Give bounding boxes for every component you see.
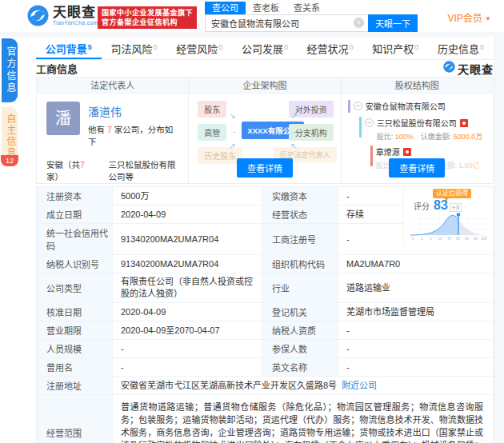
field-label: 注册地址 <box>37 377 113 394</box>
field-label: 行业 <box>262 273 338 302</box>
tab-operating-risk[interactable]: 经营风险0 <box>166 37 232 59</box>
tianyancha-logo[interactable]: 天眼查 TianYanCha.com <box>27 5 98 26</box>
org-node-executives[interactable]: 高管 <box>198 124 226 141</box>
field-value: 普通货物道路运输；普通货物仓储服务（除危化品）；物流园区管理服务；物流信息咨询服… <box>113 395 493 443</box>
table-row-address: 注册地址 安徽省芜湖市弋江区芜湖高新技术产业开发区久盛路8号 附近公司 <box>37 377 493 395</box>
org-chart-header: 企业架构图 <box>189 78 340 94</box>
field-value: 91340200MA2UMA7R04 <box>113 224 262 254</box>
table-row-business-scope: 经营范围 普通货物道路运输；普通货物仓储服务（除危化品）；物流园区管理服务；物流… <box>37 395 493 443</box>
field-value: 2020-04-09至2070-04-07 <box>113 321 262 339</box>
org-node-history-shareholders[interactable]: 历史股东 <box>198 147 242 164</box>
caret-down-icon: ▼ <box>485 15 491 22</box>
search-tab-company[interactable]: 查公司 <box>205 2 246 14</box>
ribbon-official-info[interactable]: 官方信息 <box>2 38 18 102</box>
field-label: 公司类型 <box>37 273 113 302</box>
field-value: MA2UMA7R0 <box>338 255 493 273</box>
svg-text:0: 0 <box>412 237 414 241</box>
legal-rep-region: 安徽（共7家） <box>46 158 90 182</box>
legal-rep-desc: 他有 7 家公司，分布如下 <box>88 123 180 147</box>
field-label: 经营状态 <box>262 206 338 223</box>
legal-rep-name-link[interactable]: 潘道伟 <box>88 103 180 119</box>
field-value: 有限责任公司（非自然人投资或控股的法人独资） <box>113 273 262 302</box>
nearby-companies-link[interactable]: 附近公司 <box>342 380 377 392</box>
overview-cards: 法定代表人 潘 潘道伟 他有 7 家公司，分布如下 安徽（共7家） 三只松鼠股份… <box>36 77 494 184</box>
field-value: - <box>113 340 262 357</box>
avatar[interactable]: 潘 <box>46 102 80 135</box>
field-value: 2020-04-09 <box>113 206 262 223</box>
node-color-bar <box>348 100 350 113</box>
search-tab-relation[interactable]: 查关系 <box>286 2 327 14</box>
company-nav-tabs: 公司背景5 司法风险0 经营风险0 公司发展0 经营状况0 知识产权0 历史信息… <box>36 37 494 60</box>
tab-company-background[interactable]: 公司背景5 <box>36 37 102 59</box>
tianyancha-logo-icon <box>27 5 49 26</box>
field-label: 经营范围 <box>37 395 113 443</box>
self-info-count-badge: 12 <box>1 155 18 166</box>
svg-text:1: 1 <box>421 237 423 241</box>
business-info-table: 认证后获得 评分 83 +3 0 1 5 <box>36 186 494 443</box>
tianyancha-watermark: 天眼查 <box>443 61 494 77</box>
field-value: 安徽省芜湖市弋江区芜湖高新技术产业开发区久盛路8号 附近公司 <box>113 377 493 394</box>
search-area: 查公司 查老板 查关系 × 天眼一下 <box>205 2 418 32</box>
tab-history-info[interactable]: 历史信息0 <box>428 37 494 59</box>
org-chart-detail-button[interactable]: 查看详情 <box>237 158 293 178</box>
company-logo-icon <box>403 148 411 156</box>
certified-badge: 认证后获得 <box>433 189 471 198</box>
score-delta: +3 <box>450 203 462 212</box>
field-label: 人员规模 <box>37 340 113 357</box>
field-label: 核准日期 <box>37 303 113 321</box>
logo-title: 天眼查 <box>53 6 98 20</box>
legal-rep-companies[interactable]: 三只松鼠股份有限公司等 <box>109 158 181 182</box>
table-row: 纳税人识别号 91340200MA2UMA7R04 组织机构代码 MA2UMA7… <box>37 255 493 273</box>
svg-text:80: 80 <box>465 237 470 241</box>
field-label: 营业期限 <box>37 321 113 339</box>
svg-text:100: 100 <box>481 237 487 241</box>
clear-icon[interactable]: × <box>354 18 364 28</box>
equity-node-stats: 股比: 100% 认缴金额: 5000.0万 <box>377 131 483 142</box>
field-value: - <box>338 340 493 357</box>
arrow-icon: → <box>290 126 298 135</box>
svg-text:90: 90 <box>474 237 478 241</box>
arrow-icon: → <box>229 126 237 135</box>
gov-certification-badge: 国家中小企业发展基金旗下 官方备案企业征信机构 <box>98 6 197 29</box>
main-content: 公司背景5 司法风险0 经营风险0 公司发展0 经营状况0 知识产权0 历史信息… <box>36 37 494 443</box>
collapse-icon[interactable]: − <box>354 102 362 110</box>
equity-chart-card: 股权结构图 − 安徽仓鼠物流有限公司 − 三只松鼠股份有限公司 股比: 100%… <box>342 78 493 183</box>
search-input[interactable] <box>205 14 368 32</box>
field-label: 统一社会信用代码 <box>37 224 113 254</box>
table-row: 核准日期 2020-04-09 登记机关 芜湖市市场监督管理局 <box>37 303 493 321</box>
equity-node-root[interactable]: − 安徽仓鼠物流有限公司 <box>348 100 488 113</box>
field-label: 纳税人识别号 <box>37 255 113 273</box>
equity-chart-detail-button[interactable]: 查看详情 <box>389 158 445 178</box>
arrow-icon: ↗ <box>290 111 297 120</box>
search-tab-boss[interactable]: 查老板 <box>246 2 286 14</box>
vip-member-menu[interactable]: VIP会员 ▼ <box>447 10 491 24</box>
arrow-icon: ↗ <box>229 142 235 150</box>
arrow-icon: ↖ <box>290 142 297 150</box>
tab-operating-status[interactable]: 经营状况0 <box>298 37 363 59</box>
svg-text:5: 5 <box>430 237 432 241</box>
tab-company-development[interactable]: 公司发展0 <box>232 37 298 59</box>
org-node-shareholders[interactable]: 股东 <box>198 101 226 118</box>
equity-node-shareholder[interactable]: − 三只松鼠股份有限公司 股比: 100% 认缴金额: 5000.0万 <box>359 117 488 142</box>
field-label: 参保人数 <box>262 340 338 357</box>
node-color-bar <box>359 117 362 138</box>
table-row: 人员规模 - 参保人数 - <box>37 340 493 358</box>
equity-chart-header: 股权结构图 <box>342 78 493 94</box>
score-widget: 认证后获得 评分 83 +3 0 1 5 <box>403 187 493 243</box>
field-label: 登记机关 <box>262 303 338 321</box>
field-label: 实缴资本 <box>262 187 338 205</box>
field-label: 成立日期 <box>37 206 113 223</box>
tab-judicial-risk[interactable]: 司法风险0 <box>102 37 167 59</box>
node-color-bar <box>370 146 373 166</box>
legal-rep-header: 法定代表人 <box>37 78 188 94</box>
field-value: - <box>338 321 493 339</box>
field-label: 英文名称 <box>262 358 338 376</box>
collapse-icon[interactable]: − <box>365 118 374 127</box>
field-value: 道路运输业 <box>338 273 493 302</box>
svg-text:10: 10 <box>438 237 442 241</box>
field-value: 芜湖市市场监督管理局 <box>338 303 493 321</box>
field-label: 纳税人资质 <box>262 321 338 339</box>
tab-intellectual-property[interactable]: 知识产权0 <box>362 37 428 59</box>
search-button[interactable]: 天眼一下 <box>368 14 418 32</box>
field-label: 曾用名 <box>37 358 113 376</box>
